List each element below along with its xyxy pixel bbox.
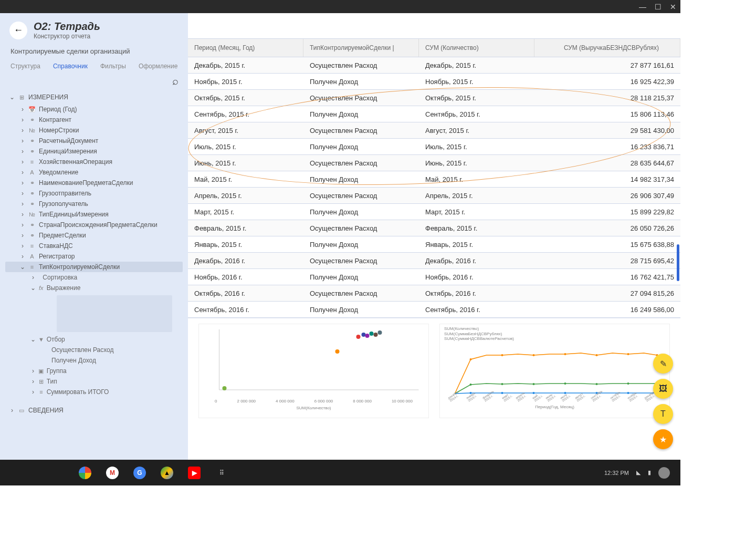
tree-item[interactable]: ›⚭РасчетныйДокумент (5, 136, 183, 146)
tree-type[interactable]: › ⊞ Тип (5, 376, 183, 387)
svg-point-3 (335, 349, 340, 354)
chevron-right-icon: › (9, 407, 15, 414)
table-row[interactable]: Июнь, 2015 г.Осуществлен РасходИюнь, 201… (188, 155, 680, 171)
scrollbar-thumb[interactable] (677, 244, 679, 281)
col-type[interactable]: ТипКонтролируемойСделки | (303, 39, 419, 57)
group-icon: ▣ (37, 368, 45, 375)
col-sum-qty[interactable]: СУМ (Количество) (419, 39, 534, 57)
svg-point-8 (374, 333, 378, 337)
tree-item[interactable]: ›≡ХозяйственнаяОперация (5, 157, 183, 167)
drive-icon[interactable]: ▲ (161, 467, 173, 479)
tree-sort[interactable]: › Сортировка (5, 272, 183, 283)
tree-item[interactable]: ›№ТипЕдиницыИзмерения (5, 209, 183, 220)
type-icon: ⊞ (37, 378, 45, 385)
table-row[interactable]: Декабрь, 2015 г.Осуществлен РасходДекабр… (188, 57, 680, 74)
table-row[interactable]: Май, 2015 г.Получен ДоходМай, 2015 г.14 … (188, 171, 680, 188)
google-icon[interactable]: G (133, 467, 146, 479)
fab-image[interactable]: 🖼 (653, 379, 673, 399)
table-row[interactable]: Ноябрь, 2015 г.Получен ДоходНоябрь, 2015… (188, 74, 680, 90)
tree-item[interactable]: ›⚭ПредметСделки (5, 230, 183, 241)
fab-highlight[interactable]: ✎ (653, 354, 673, 374)
minimize-icon[interactable]: — (639, 3, 646, 11)
tab-filters[interactable]: Фильтры (100, 63, 126, 70)
filter-value-1[interactable]: Осуществлен Расход (5, 345, 183, 355)
svg-point-25 (501, 392, 503, 394)
svg-point-17 (470, 384, 472, 386)
info-icon: ▭ (18, 407, 25, 414)
chart-scatter[interactable]: 02 000 0004 000 0006 000 0008 000 00010 … (198, 324, 429, 418)
tab-reference[interactable]: Справочник (53, 63, 88, 70)
tree-item[interactable]: ›⚭НаименованиеПредметаСделки (5, 178, 183, 188)
back-button[interactable]: ← (9, 22, 27, 39)
gmail-icon[interactable]: M (106, 467, 119, 479)
table-row[interactable]: Сентябрь, 2015 г.Получен ДоходСентябрь, … (188, 106, 680, 122)
tab-structure[interactable]: Структура (10, 63, 40, 70)
fab-star[interactable]: ★ (653, 429, 673, 449)
main-panel: Период (Месяц, Год) ТипКонтролируемойСде… (188, 13, 680, 460)
table-row[interactable]: Октябрь, 2015 г.Осуществлен РасходОктябр… (188, 90, 680, 106)
filter-value-2[interactable]: Получен Доход (5, 355, 183, 366)
table-row[interactable]: Апрель, 2015 г.Осуществлен РасходАпрель,… (188, 188, 680, 204)
tree-item[interactable]: ›AУведомление (5, 167, 183, 178)
dimensions-icon: ⊞ (18, 94, 25, 101)
section-info[interactable]: › ▭ СВЕДЕНИЯ (5, 404, 183, 417)
svg-point-9 (378, 330, 382, 335)
col-sum-revenue[interactable]: СУМ (ВыручкаБЕЗНДСВРублях) (534, 39, 680, 57)
chart1-xlabel: SUM(Количество) (199, 406, 428, 410)
battery-icon[interactable]: ▮ (648, 469, 651, 476)
table-row[interactable]: Январь, 2015 г.Получен ДоходЯнварь, 2015… (188, 236, 680, 253)
svg-point-22 (627, 382, 629, 385)
avatar[interactable] (658, 467, 670, 479)
grid-body[interactable]: Декабрь, 2015 г.Осуществлен РасходДекабр… (188, 57, 680, 318)
tree-group[interactable]: › ▣ Группа (5, 366, 183, 376)
tree-item[interactable]: ›№НомерСтроки (5, 125, 183, 136)
search-icon[interactable]: ⌕ (172, 75, 178, 87)
chrome-icon[interactable] (79, 467, 91, 479)
svg-point-7 (370, 332, 374, 336)
svg-point-18 (501, 383, 503, 385)
svg-point-6 (365, 334, 370, 338)
svg-point-12 (533, 354, 535, 356)
tree-item[interactable]: ›⚭ЕдиницаИзмерения (5, 146, 183, 157)
col-period[interactable]: Период (Месяц, Год) (188, 39, 303, 57)
page-subtitle: Конструктор отчета (34, 33, 100, 40)
table-row[interactable]: Декабрь, 2016 г.Осуществлен РасходДекабр… (188, 253, 680, 269)
chevron-down-icon: ⌄ (9, 94, 15, 101)
tree-expression[interactable]: ⌄ fx Выражение (5, 283, 183, 293)
table-row[interactable]: Сентябрь, 2016 г.Получен ДоходСентябрь, … (188, 302, 680, 318)
chart-line[interactable]: SUM(Количество) SUM(СуммаБезНДСВРублях) … (439, 324, 670, 418)
expression-editor[interactable] (57, 295, 172, 332)
tree-sum-total[interactable]: › ≡ Суммировать ИТОГО (5, 387, 183, 397)
tab-appearance[interactable]: Оформление (139, 63, 177, 70)
svg-point-11 (501, 354, 503, 356)
svg-point-15 (627, 353, 629, 355)
table-row[interactable]: Август, 2015 г.Осуществлен РасходАвгуст,… (188, 122, 680, 139)
clock[interactable]: 12:32 PM (604, 470, 629, 476)
chart2-xlabel: Период(Год, Месяц) (440, 405, 669, 409)
wifi-icon[interactable]: ◣ (636, 469, 640, 476)
table-row[interactable]: Февраль, 2015 г.Осуществлен РасходФеврал… (188, 220, 680, 236)
youtube-icon[interactable]: ▶ (188, 467, 201, 479)
table-row[interactable]: Март, 2015 г.Получен ДоходМарт, 2015 г.1… (188, 204, 680, 220)
fab-text[interactable]: T (653, 404, 673, 424)
tree-item[interactable]: ›AРегистратор (5, 251, 183, 262)
tree-item[interactable]: ›📅Период (Год) (5, 104, 183, 115)
tree-item[interactable]: ›⚭Контрагент (5, 115, 183, 125)
tree-item[interactable]: ›≡СтавкаНДС (5, 241, 183, 251)
tree-item[interactable]: ›⚭Грузоотправитель (5, 188, 183, 199)
svg-point-20 (564, 382, 566, 385)
table-row[interactable]: Октябрь, 2016 г.Осуществлен РасходОктябр… (188, 285, 680, 302)
fab-column: ✎ 🖼 T ★ (653, 354, 673, 449)
tree-item[interactable]: ›⚭СтранаПроисхожденияПредметаСделки (5, 220, 183, 230)
tree-item[interactable]: ›⚭Грузополучатель (5, 199, 183, 209)
section-dimensions[interactable]: ⌄ ⊞ ИЗМЕРЕНИЯ (5, 90, 183, 104)
tree-item[interactable]: ⌄≡ТипКонтролируемойСделки (5, 262, 183, 272)
table-row[interactable]: Июль, 2015 г.Получен ДоходИюль, 2015 г.1… (188, 139, 680, 155)
table-row[interactable]: Ноябрь, 2016 г.Получен ДоходНоябрь, 2016… (188, 269, 680, 285)
maximize-icon[interactable]: ☐ (655, 3, 662, 11)
apps-icon[interactable]: ⠿ (215, 467, 228, 479)
legend-2: SUM(СуммаБезНДСВРублях) (444, 332, 665, 337)
close-icon[interactable]: ✕ (670, 3, 676, 11)
charts-row: 02 000 0004 000 0006 000 0008 000 00010 … (188, 318, 680, 423)
tree-filter[interactable]: ⌄ ▼ Отбор (5, 334, 183, 345)
